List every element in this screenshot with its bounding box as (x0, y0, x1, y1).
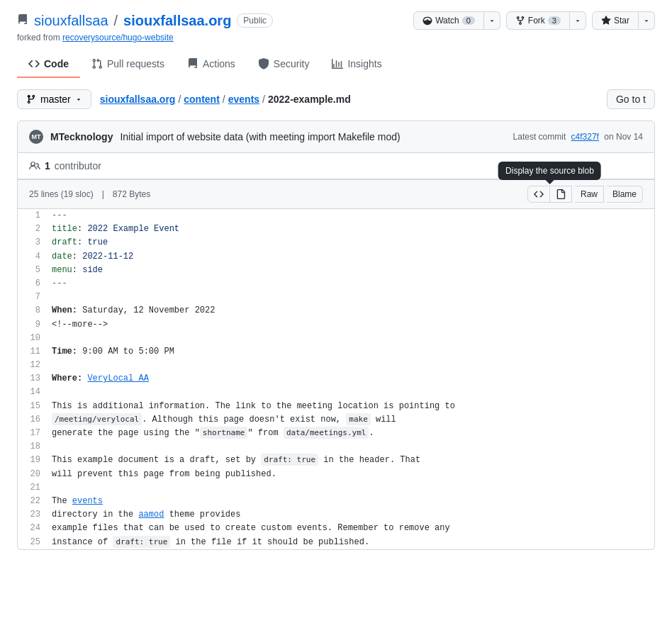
tab-pull-requests[interactable]: Pull requests (80, 51, 176, 78)
line-code: instance of draft: true in the file if i… (46, 536, 654, 549)
line-number: 16 (18, 413, 46, 427)
table-row: 3draft: true (18, 236, 654, 249)
star-btn-group: Star (592, 11, 655, 30)
breadcrumb-content[interactable]: content (184, 94, 220, 105)
forked-from-link[interactable]: recoverysource/hugo-website (62, 33, 174, 43)
line-number: 25 (18, 536, 46, 549)
table-row: 4date: 2022-11-12 (18, 250, 654, 264)
commit-meta: Latest commit c4f327f on Nov 14 (513, 132, 643, 142)
line-code: --- (46, 277, 654, 291)
contributor-count: 1 (45, 160, 50, 172)
file-toolbar: 25 lines (19 sloc) | 872 Bytes Display t… (18, 179, 654, 209)
branch-selector[interactable]: master (17, 89, 91, 109)
star-button[interactable]: Star (592, 11, 639, 30)
tab-actions[interactable]: Actions (176, 51, 247, 78)
go-to-file-button[interactable]: Go to t (607, 89, 655, 109)
line-code (46, 481, 654, 495)
table-row: 15This is additional information. The li… (18, 400, 654, 413)
table-row: 20will prevent this page from being publ… (18, 468, 654, 481)
commit-author[interactable]: MTecknology (50, 131, 113, 142)
watch-button[interactable]: Watch 0 (413, 11, 484, 30)
fork-button[interactable]: Fork 3 (506, 11, 570, 30)
commit-message: Initial import of website data (with mee… (120, 131, 400, 142)
contributor-label: contributor (55, 160, 101, 172)
contributor-row: 1 contributor (17, 153, 655, 179)
line-number: 18 (18, 440, 46, 454)
line-code: date: 2022-11-12 (46, 250, 654, 264)
line-code: This example document is a draft, set by… (46, 454, 654, 467)
line-number: 4 (18, 250, 46, 264)
file-breadcrumb: siouxfallsaa.org / content / events / 20… (100, 94, 351, 105)
raw-button[interactable]: Raw (575, 186, 604, 203)
file-icon (556, 189, 566, 199)
repo-owner[interactable]: siouxfallsaa (34, 13, 108, 29)
code-content: 1---2title: 2022 Example Event3draft: tr… (18, 209, 654, 549)
table-row: 14 (18, 386, 654, 399)
line-code: directory in the aamod theme provides (46, 508, 654, 522)
line-number: 2 (18, 223, 46, 236)
table-row: 19This example document is a draft, set … (18, 454, 654, 467)
line-number: 9 (18, 318, 46, 332)
line-code: Where: VeryLocal AA (46, 372, 654, 386)
file-view-buttons (527, 186, 572, 203)
repo-nav: Code Pull requests Actions Security Insi… (17, 51, 655, 78)
table-row: 22The events (18, 495, 654, 508)
table-row: 5menu: side (18, 264, 654, 277)
table-row: 18 (18, 440, 654, 454)
line-number: 5 (18, 264, 46, 277)
table-row: 9<!--more--> (18, 318, 654, 332)
branch-icon (26, 94, 36, 104)
line-number: 17 (18, 427, 46, 440)
commit-hash-link[interactable]: c4f327f (571, 132, 599, 142)
fork-icon (515, 16, 525, 26)
author-avatar: MT (29, 130, 43, 144)
fork-dropdown-button[interactable] (570, 11, 586, 30)
line-code (46, 386, 654, 399)
code-table: 1---2title: 2022 Example Event3draft: tr… (18, 209, 654, 549)
line-code: will prevent this page from being publis… (46, 468, 654, 481)
tab-code[interactable]: Code (17, 51, 80, 78)
file-lines: 25 lines (19 sloc) (29, 189, 94, 199)
line-code: example files that can be used to create… (46, 522, 654, 535)
public-badge: Public (237, 13, 273, 28)
tab-security[interactable]: Security (247, 51, 321, 78)
file-size: 872 Bytes (113, 189, 150, 199)
table-row: 7 (18, 291, 654, 304)
line-number: 19 (18, 454, 46, 467)
source-blob-tooltip-container: Display the source blob (527, 186, 572, 203)
line-code: --- (46, 209, 654, 223)
contributors-icon (29, 160, 40, 172)
forked-from: forked from recoverysource/hugo-website (17, 33, 655, 43)
line-number: 15 (18, 400, 46, 413)
table-row: 17generate the page using the "shortname… (18, 427, 654, 440)
breadcrumb-events[interactable]: events (228, 94, 259, 105)
table-row: 13Where: VeryLocal AA (18, 372, 654, 386)
line-code: When: Saturday, 12 November 2022 (46, 304, 654, 318)
breadcrumb-owner[interactable]: siouxfallsaa.org (100, 94, 176, 105)
file-view-button[interactable] (550, 186, 572, 203)
line-code: /meeting/verylocal. Although this page d… (46, 413, 654, 427)
table-row: 23directory in the aamod theme provides (18, 508, 654, 522)
fork-count: 3 (548, 16, 561, 25)
line-number: 20 (18, 468, 46, 481)
code-view-button[interactable] (527, 186, 550, 203)
star-icon (601, 16, 611, 26)
table-row: 21 (18, 481, 654, 495)
tab-insights[interactable]: Insights (320, 51, 393, 78)
line-number: 24 (18, 522, 46, 535)
branch-name: master (40, 94, 71, 105)
line-number: 23 (18, 508, 46, 522)
watch-count: 0 (462, 16, 475, 25)
blame-button[interactable]: Blame (607, 186, 643, 203)
table-row: 12 (18, 359, 654, 372)
star-dropdown-button[interactable] (639, 11, 655, 30)
breadcrumb-filename: 2022-example.md (268, 94, 351, 105)
watch-dropdown-button[interactable] (484, 11, 500, 30)
fork-label: Fork (528, 16, 545, 26)
table-row: 11Time: 9:00 AM to 5:00 PM (18, 345, 654, 359)
line-code: generate the page using the "shortname" … (46, 427, 654, 440)
line-number: 6 (18, 277, 46, 291)
repo-name[interactable]: siouxfallsaa.org (123, 13, 231, 29)
fork-btn-group: Fork 3 (506, 11, 586, 30)
chevron-down-icon-2 (574, 17, 581, 24)
